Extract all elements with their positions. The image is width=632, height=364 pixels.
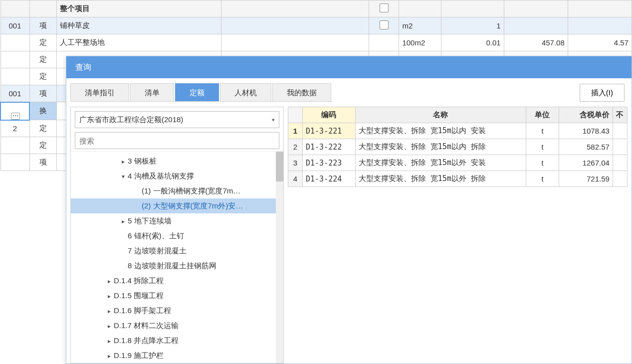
row-type: 定 [29,68,56,85]
tree-item[interactable]: ▸D.1.5 围堰工程 [71,288,283,303]
row-type: 项 [29,154,56,171]
tree-item-label: D.1.5 围堰工程 [114,291,164,300]
chevron-right-icon[interactable]: ▸ [106,304,113,318]
tree-item[interactable]: ▸D.1.7 材料二次运输 [71,318,283,333]
tree-item[interactable]: (1) 一般沟槽钢支撑(宽度7m… [71,183,283,198]
row-checkbox[interactable] [380,20,389,29]
col-extra-header[interactable]: 不 [613,107,627,123]
tree-item[interactable]: (2) 大型钢支撑(宽度7m外)安… [71,198,283,213]
tree-item[interactable]: 7 边坡喷射混凝土 [71,243,283,258]
table-row[interactable]: 定人工平整场地100m20.01457.084.57 [0,34,632,51]
tree-scrollbar[interactable] [276,152,283,363]
tree-item-label: 7 边坡喷射混凝土 [128,246,187,255]
row-type: 项 [29,17,56,34]
tree-item[interactable]: ▸D.1.9 施工护栏 [71,348,283,363]
tree-item[interactable]: ▸D.1.4 拆除工程 [71,273,283,288]
results-table: 编码 名称 单位 含税单价 不 1D1-3-221大型支撑安装、拆除 宽15m以… [288,107,628,187]
col-code-header[interactable]: 编码 [303,107,356,123]
tree-item[interactable]: ▸3 钢板桩 [71,154,283,169]
tree-item-label: 3 钢板桩 [128,157,157,165]
result-code: D1-3-221 [303,123,356,139]
table-row[interactable]: 001项铺种草皮m21 [0,17,632,34]
tab-2[interactable]: 定额 [175,83,219,101]
col-unit-header[interactable]: 单位 [526,107,559,123]
chevron-right-icon[interactable]: ▸ [106,274,113,288]
tab-0[interactable]: 清单指引 [70,83,129,101]
tree-item-label: D.1.6 脚手架工程 [114,306,171,315]
section-title: 整个项目 [56,0,221,17]
tab-4[interactable]: 我的数据 [272,83,331,101]
tab-3[interactable]: 人材机 [220,83,271,101]
chevron-right-icon[interactable]: ▸ [106,334,113,348]
left-tree-pane: 广东省市政工程综合定额(2018) ▾ ▸3 钢板桩▾4 沟槽及基坑钢支撑(1)… [70,107,284,364]
insert-button[interactable]: 插入(I) [580,84,625,102]
search-box[interactable] [75,132,279,149]
tree-item[interactable]: 8 边坡喷射混凝土挂钢筋网 [71,258,283,273]
tree-item[interactable]: ▸5 地下连续墙 [71,213,283,228]
result-name: 大型支撑安装、拆除 宽15m以内 安装 [355,123,526,139]
result-row[interactable]: 2D1-3-222大型支撑安装、拆除 宽15m以内 拆除t582.57 [288,139,628,155]
section-header-row: 整个项目 [0,0,632,17]
tree-item[interactable]: ▸D.1.6 脚手架工程 [71,303,283,318]
chevron-right-icon[interactable]: ▸ [106,349,113,363]
query-popup: 查询 清单指引清单定额人材机我的数据 插入(I) 广东省市政工程综合定额(201… [66,56,632,364]
row-type: 换 [29,102,56,120]
tree-item-label: 5 地下连续墙 [128,216,172,225]
col-name-header[interactable]: 名称 [355,107,526,123]
result-name: 大型支撑安装、拆除 宽15m以外 拆除 [355,171,526,187]
result-code: D1-3-222 [303,139,356,155]
tree-item[interactable]: ▾4 沟槽及基坑钢支撑 [71,169,283,183]
tab-1[interactable]: 清单 [130,83,174,101]
result-code: D1-3-223 [303,155,356,171]
row-type: 项 [29,85,56,102]
row-name: 人工平整场地 [56,34,221,51]
dropdown-value: 广东省市政工程综合定额(2018) [79,111,183,128]
tree-item-label: D.1.7 材料二次运输 [114,321,179,330]
ellipsis-icon[interactable]: ⋯ [11,113,20,120]
chevron-right-icon[interactable]: ▸ [106,319,113,333]
chevron-right-icon[interactable]: ▸ [120,154,127,169]
chevron-down-icon[interactable]: ▾ [120,169,127,183]
result-row[interactable]: 1D1-3-221大型支撑安装、拆除 宽15m以内 安装t1078.43 [288,123,628,139]
chevron-right-icon[interactable]: ▸ [120,214,127,228]
tree-item[interactable]: 6 锚杆(索)、土钉 [71,228,283,243]
results-pane: 编码 名称 单位 含税单价 不 1D1-3-221大型支撑安装、拆除 宽15m以… [288,107,628,364]
tree-item-label: D.1.8 井点降水工程 [114,336,179,345]
tree-item-label: D.1.4 拆除工程 [114,276,164,285]
tree-item-label: (2) 大型钢支撑(宽度7m外)安… [142,201,243,210]
tree-item-label: (1) 一般沟槽钢支撑(宽度7m… [142,186,240,195]
tree-item-label: D.1.9 施工护栏 [114,351,164,360]
row-num-input[interactable] [4,103,26,111]
row-type: 定 [29,51,56,68]
result-name: 大型支撑安装、拆除 宽15m以内 拆除 [355,139,526,155]
result-row[interactable]: 3D1-3-223大型支撑安装、拆除 宽15m以外 安装t1267.04 [288,155,628,171]
result-code: D1-3-224 [303,171,356,187]
tree-item[interactable]: ▸D.1.8 井点降水工程 [71,333,283,348]
row-type: 定 [29,120,56,137]
tabs-row: 清单指引清单定额人材机我的数据 插入(I) [70,83,628,102]
row-name: 铺种草皮 [56,17,221,34]
tree-item-label: 4 沟槽及基坑钢支撑 [128,172,194,180]
tree-item-label: 8 边坡喷射混凝土挂钢筋网 [128,261,216,270]
result-name: 大型支撑安装、拆除 宽15m以外 安装 [355,155,526,171]
chevron-down-icon: ▾ [272,111,275,128]
search-input[interactable] [79,133,275,149]
section-checkbox[interactable] [380,3,389,12]
col-price-header[interactable]: 含税单价 [559,107,613,123]
norm-dropdown[interactable]: 广东省市政工程综合定额(2018) ▾ [75,111,279,128]
chevron-right-icon[interactable]: ▸ [106,289,113,303]
tree-item-label: 6 锚杆(索)、土钉 [128,231,184,240]
row-type: 定 [29,34,56,51]
result-row[interactable]: 4D1-3-224大型支撑安装、拆除 宽15m以外 拆除t721.59 [288,171,628,187]
category-tree: ▸3 钢板桩▾4 沟槽及基坑钢支撑(1) 一般沟槽钢支撑(宽度7m…(2) 大型… [71,152,283,363]
popup-title: 查询 [66,56,632,78]
row-type: 定 [29,137,56,154]
